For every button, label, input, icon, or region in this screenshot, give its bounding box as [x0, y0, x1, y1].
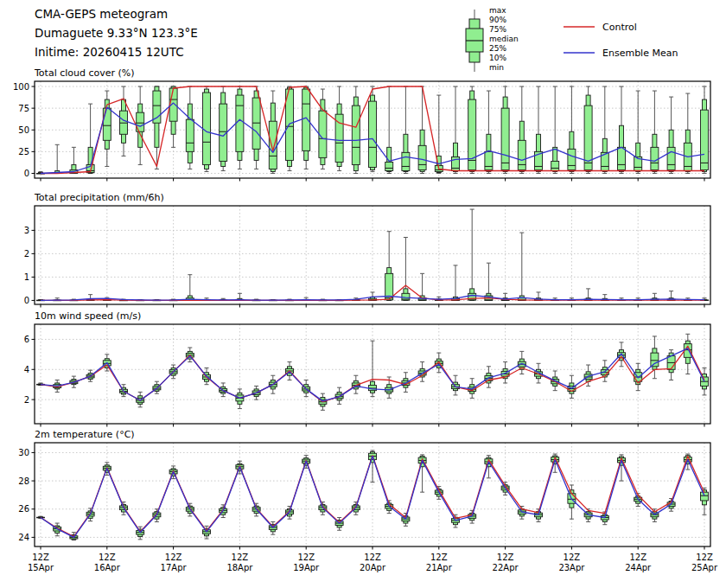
panel-temp: 2m temperature (°C)2426283012Z15Apr12Z16…: [18, 429, 718, 572]
panel-title-precip: Total precipitation (mm/6h): [34, 192, 164, 203]
x-tick-day-label: 16Apr: [94, 563, 121, 572]
x-tick-hour-label: 12Z: [99, 553, 116, 562]
x-tick-hour-label: 12Z: [629, 553, 646, 562]
line-legend: Control Ensemble Mean: [564, 22, 678, 59]
x-tick-hour-label: 12Z: [32, 553, 49, 562]
box-25-75: [518, 140, 525, 169]
box-25-75: [701, 110, 709, 169]
box-25-75: [385, 162, 393, 170]
y-tick-label: 2: [24, 395, 29, 405]
y-tick-label: 0: [24, 296, 29, 305]
meteogram-figure: CMA-GEPS meteogram Dumaguete 9.33°N 123.…: [0, 0, 726, 588]
x-tick-day-label: 18Apr: [226, 563, 253, 572]
boxplot-legend: max 90% 75% median 25% 10% min: [466, 6, 519, 72]
box-25-75: [319, 111, 327, 157]
x-tick-day-label: 21Apr: [426, 563, 453, 572]
x-tick-day-label: 23Apr: [558, 563, 585, 572]
legend-label-75: 75%: [489, 25, 506, 34]
box-25-75: [551, 161, 559, 170]
initime-label: Initime: 20260415 12UTC: [35, 45, 184, 59]
y-tick-label: 0: [24, 169, 29, 178]
panel-title-cloud: Total cloud cover (%): [34, 67, 135, 79]
control-legend-label: Control: [602, 22, 637, 33]
box-25-75: [203, 93, 211, 164]
box-25-75: [252, 98, 260, 149]
x-tick-day-label: 25Apr: [691, 563, 718, 572]
y-tick-label: 75: [18, 104, 29, 113]
box-25-75: [618, 147, 626, 169]
y-tick-label: 3: [24, 226, 29, 235]
panel-title-wind: 10m wind speed (m/s): [35, 310, 141, 322]
x-tick-day-label: 15Apr: [28, 563, 54, 572]
box-25-75: [402, 152, 410, 170]
y-tick-label: 2: [24, 249, 29, 259]
x-tick-hour-label: 12Z: [430, 553, 448, 562]
y-tick-label: 100: [13, 82, 29, 92]
x-tick-hour-label: 12Z: [232, 553, 249, 562]
box-25-75: [501, 108, 509, 169]
y-tick-label: 1: [24, 272, 29, 282]
legend-label-90: 90%: [489, 16, 506, 24]
page-title: CMA-GEPS meteogram: [35, 7, 168, 21]
box-25-75: [667, 147, 675, 169]
box-25-75: [236, 95, 244, 151]
x-tick-day-label: 17Apr: [161, 563, 188, 572]
box-25-75: [651, 147, 659, 169]
box-25-75: [186, 119, 194, 151]
box-25-75: [468, 99, 476, 169]
box-25-75: [418, 145, 426, 169]
location-label: Dumaguete 9.33°N 123.3°E: [35, 26, 198, 40]
box-25-75: [120, 111, 128, 134]
x-tick-day-label: 20Apr: [360, 563, 386, 572]
box-25-75: [369, 101, 377, 167]
box-25-75: [701, 492, 709, 501]
y-tick-label: 4: [24, 365, 29, 374]
y-tick-label: 50: [18, 125, 29, 135]
legend-label-min: min: [489, 63, 504, 72]
x-tick-hour-label: 12Z: [364, 553, 381, 562]
box-25-75: [651, 353, 659, 367]
x-tick-hour-label: 12Z: [497, 553, 514, 562]
y-tick-label: 30: [18, 448, 29, 457]
y-tick-label: 25: [18, 147, 29, 157]
legend-label-median: median: [489, 35, 519, 43]
box-25-75: [568, 149, 576, 169]
x-tick-hour-label: 12Z: [696, 553, 713, 562]
x-tick-day-label: 24Apr: [625, 563, 652, 572]
x-tick-hour-label: 12Z: [165, 553, 182, 562]
box-25-75: [269, 121, 277, 169]
panel-cloud: Total cloud cover (%)0255075100: [13, 67, 710, 182]
box-25-75: [485, 151, 493, 169]
x-tick-day-label: 19Apr: [293, 563, 320, 572]
box-25-75: [103, 108, 111, 140]
x-tick-hour-label: 12Z: [564, 553, 581, 562]
x-tick-day-label: 22Apr: [493, 563, 519, 572]
ensemble-legend-label: Ensemble Mean: [602, 48, 678, 59]
box-25-75: [302, 89, 310, 150]
meteogram-page: CMA-GEPS meteogram Dumaguete 9.33°N 123.…: [0, 0, 726, 588]
panels-group: Total cloud cover (%)0255075100Total pre…: [13, 67, 718, 572]
y-tick-label: 6: [24, 335, 29, 344]
box-25-75: [352, 105, 360, 164]
legend-label-25: 25%: [489, 44, 506, 53]
y-tick-label: 24: [18, 533, 29, 542]
panel-title-temp: 2m temperature (°C): [35, 429, 135, 440]
panel-precip: Total precipitation (mm/6h)0123: [24, 192, 710, 308]
panel-wind: 10m wind speed (m/s)246: [24, 310, 710, 427]
x-tick-hour-label: 12Z: [297, 553, 315, 562]
y-tick-label: 28: [18, 476, 29, 486]
legend-label-max: max: [489, 6, 506, 15]
legend-label-10: 10%: [489, 54, 506, 62]
y-tick-label: 26: [18, 504, 29, 514]
